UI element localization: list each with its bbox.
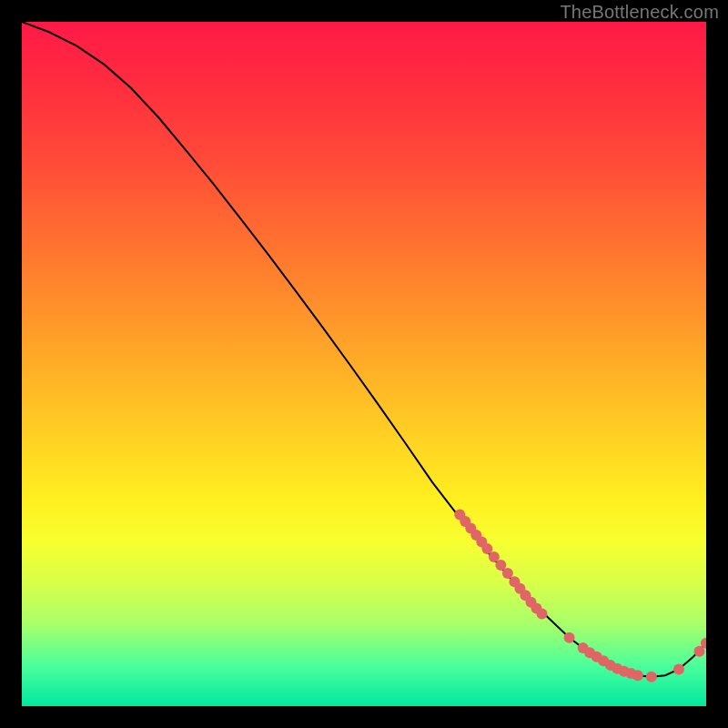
chart-svg	[22, 22, 706, 706]
markers-layer	[454, 509, 706, 682]
data-point	[564, 632, 575, 643]
plot-area	[22, 22, 706, 706]
bottleneck-curve	[22, 22, 706, 677]
data-point	[632, 670, 643, 681]
data-point	[673, 663, 684, 674]
data-point	[537, 608, 548, 619]
chart-stage: TheBottleneck.com	[0, 0, 728, 728]
curve-layer	[22, 22, 706, 677]
data-point	[646, 672, 657, 682]
watermark-text: TheBottleneck.com	[560, 2, 719, 23]
